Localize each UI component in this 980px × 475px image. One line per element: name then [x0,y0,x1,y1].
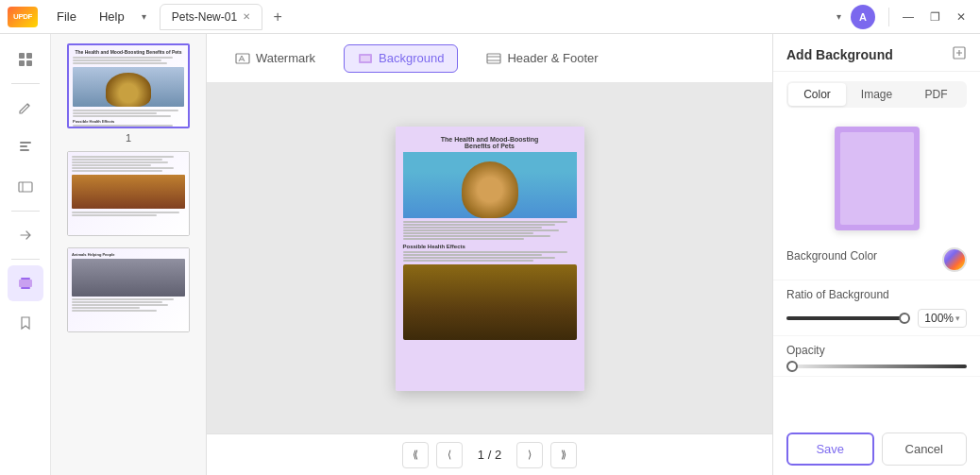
bg-color-label: Background Color [786,249,877,263]
sidebar-edit-btn[interactable] [8,90,43,126]
avatar[interactable]: A [851,5,875,29]
page-image-dog [403,264,577,340]
tab-header-footer-label: Header & Footer [507,51,598,65]
opacity-slider[interactable] [786,365,967,368]
svg-rect-16 [487,54,500,63]
page-title-text: The Health and Mood-BoostingBenefits of … [403,136,577,149]
minimize-btn[interactable]: — [897,6,920,28]
right-panel-export-icon[interactable] [952,45,967,63]
thumbnail-2[interactable] [62,151,194,240]
opacity-section: Opacity [773,336,980,377]
tab-close-btn[interactable]: ✕ [243,11,250,22]
app-logo: UPDF [8,7,38,27]
panel-actions: Save Cancel [773,423,980,475]
window-controls: ▾ A — ❐ ✕ [831,5,972,29]
svg-rect-3 [26,60,32,66]
menu-file[interactable]: File [45,6,88,27]
svg-rect-4 [20,142,31,144]
sidebar-annotate-btn[interactable] [8,129,43,165]
svg-rect-15 [361,56,370,61]
tab-background-label: Background [379,51,444,65]
doc-view: The Health and Mood-BoostingBenefits of … [207,83,772,433]
sidebar-convert-btn[interactable] [8,217,43,253]
panel-type-tabs: Color Image PDF [786,81,967,108]
maximize-btn[interactable]: ❐ [923,6,946,28]
sidebar-pages-btn[interactable] [8,42,43,77]
color-row: Background Color [786,247,967,272]
sidebar-layers-btn[interactable] [8,265,43,301]
tab-area: Pets-New-01 ✕ + [160,4,823,30]
icon-sidebar [0,34,51,475]
window-dropdown-arrow[interactable]: ▾ [831,11,847,22]
svg-rect-0 [19,53,25,59]
ratio-slider-fill [786,316,904,320]
svg-rect-5 [20,145,27,147]
background-color-section: Background Color [773,240,980,280]
page-nav: ⟪ ⟨ 1 / 2 ⟩ ⟫ [207,433,772,475]
page-indicator: 1 / 2 [470,448,509,462]
opacity-label: Opacity [786,344,967,357]
thumb-content-1: The Health and Mood-Boosting Benefits of… [69,45,188,127]
thumbnail-3[interactable]: Animals Helping People [62,247,194,336]
ratio-value: 100% [924,312,954,325]
sidebar-divider-1 [11,83,40,84]
panel-tab-image[interactable]: Image [848,83,905,106]
menu-bar: File Help [45,6,136,27]
nav-last-btn[interactable]: ⟫ [550,442,577,468]
nav-next-btn[interactable]: ⟩ [516,442,543,468]
tab-watermark[interactable]: Watermark [222,45,329,72]
background-preview [835,127,920,230]
menu-help[interactable]: Help [88,6,136,27]
ratio-slider[interactable] [786,316,910,320]
tab-pets[interactable]: Pets-New-01 ✕ [160,4,262,30]
sidebar-bookmark-btn[interactable] [8,305,43,341]
close-btn[interactable]: ✕ [950,6,972,28]
svg-rect-1 [26,53,32,59]
svg-rect-11 [21,287,30,289]
menu-dropdown-arrow[interactable]: ▾ [136,11,152,22]
document-page: The Health and Mood-BoostingBenefits of … [396,127,584,391]
thumb-page-1[interactable]: The Health and Mood-Boosting Benefits of… [67,43,190,128]
svg-rect-7 [19,182,32,192]
header-footer-icon [486,51,501,66]
tab-add-btn[interactable]: + [266,6,289,28]
svg-rect-6 [20,149,29,151]
watermark-icon [235,51,250,66]
nav-first-btn[interactable]: ⟪ [402,442,429,468]
cat-image [462,161,518,218]
tab-background[interactable]: Background [344,44,458,73]
cancel-button[interactable]: Cancel [882,433,968,466]
thumb-content-2 [68,152,189,235]
tab-header-footer[interactable]: Header & Footer [473,45,611,72]
right-panel-title: Add Background [786,47,893,62]
save-button[interactable]: Save [786,433,874,466]
page-content: The Health and Mood-BoostingBenefits of … [396,127,584,391]
toolbar-tabs: Watermark Background Header & Footer [207,34,772,83]
thumb-page-3[interactable]: Animals Helping People [67,247,190,332]
thumb-page-2[interactable] [67,151,190,236]
thumbnail-1[interactable]: The Health and Mood-Boosting Benefits of… [62,43,194,144]
svg-rect-9 [19,280,32,287]
section-title-text: Possible Health Effects [403,244,577,249]
background-icon [358,51,373,66]
thumb-content-3: Animals Helping People [68,248,189,331]
tab-watermark-label: Watermark [256,51,315,65]
bg-preview-inner [840,132,914,225]
opacity-row [786,365,967,368]
sidebar-list-btn[interactable] [8,169,43,205]
page-image-cat [403,152,577,218]
main-layout: The Health and Mood-Boosting Benefits of… [0,34,980,475]
panel-tab-color[interactable]: Color [788,83,846,106]
title-bar: UPDF File Help ▾ Pets-New-01 ✕ + ▾ A — ❐… [0,0,980,34]
color-swatch-btn[interactable] [942,247,967,272]
ratio-dropdown-arrow[interactable]: ▾ [955,314,960,323]
sidebar-divider-3 [11,259,40,260]
ratio-value-box: 100% ▾ [918,309,967,328]
panel-tab-pdf[interactable]: PDF [907,83,965,106]
ratio-slider-thumb[interactable] [899,313,910,324]
right-panel-header: Add Background [773,34,980,72]
tab-label: Pets-New-01 [172,10,237,24]
preview-area [773,117,980,240]
nav-prev-btn[interactable]: ⟨ [436,442,463,468]
thumbnail-panel: The Health and Mood-Boosting Benefits of… [51,34,207,475]
